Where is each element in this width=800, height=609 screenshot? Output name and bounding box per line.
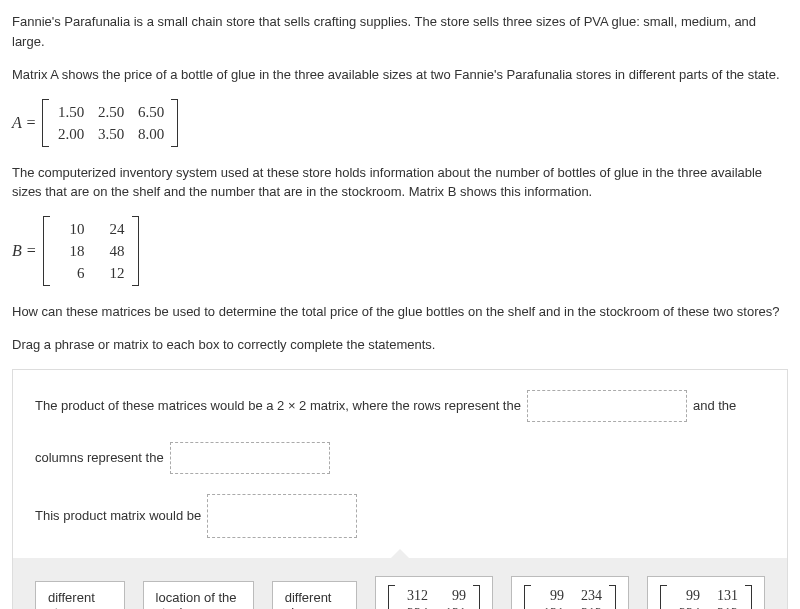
chip-different-stores[interactable]: different stores (35, 581, 125, 610)
dropzone-columns[interactable] (170, 442, 330, 474)
chip-matrix-1[interactable]: 312 234 99 131 (375, 576, 493, 610)
chip-matrix-cell: 131 (538, 605, 564, 610)
statement-3: This product matrix would be (35, 494, 765, 538)
matrix-a-cell: 1.50 (56, 101, 84, 123)
chip-location-of-stock[interactable]: location of the stock (143, 581, 254, 610)
chip-matrix-cell: 234 (402, 605, 428, 610)
statement-3a-text: This product matrix would be (35, 502, 201, 530)
matrix-a: A = 1.50 2.00 2.50 3.50 6.50 8.00 (12, 99, 788, 147)
chip-matrix-1-body: 312 234 99 131 (388, 585, 480, 610)
matrix-b-cell: 48 (97, 240, 125, 262)
chip-matrix-cell: 99 (538, 587, 564, 605)
chip-matrix-cell: 312 (576, 605, 602, 610)
matrix-b-cell: 18 (57, 240, 85, 262)
statement-1a-text: The product of these matrices would be a… (35, 392, 521, 420)
matrix-a-body: 1.50 2.00 2.50 3.50 6.50 8.00 (42, 99, 178, 147)
matrix-a-cell: 3.50 (96, 123, 124, 145)
matrix-a-cell: 2.50 (96, 101, 124, 123)
chip-matrix-cell: 234 (576, 587, 602, 605)
chip-matrix-cell: 99 (674, 587, 700, 605)
chip-matrix-3-body: 99 234 131 312 (660, 585, 752, 610)
mid-paragraph: The computerized inventory system used a… (12, 163, 788, 202)
matrix-b: B = 10 18 6 24 48 12 (12, 216, 788, 286)
dropzone-rows[interactable] (527, 390, 687, 422)
intro-paragraph-1: Fannie's Parafunalia is a small chain st… (12, 12, 788, 51)
instruction-text: Drag a phrase or matrix to each box to c… (12, 335, 788, 355)
matrix-b-lhs: B = (12, 242, 37, 260)
matrix-b-cell: 12 (97, 262, 125, 284)
statement-1b-text: and the (693, 392, 736, 420)
question-text: How can these matrices be used to determ… (12, 302, 788, 322)
matrix-b-body: 10 18 6 24 48 12 (43, 216, 139, 286)
matrix-b-cell: 6 (57, 262, 85, 284)
chip-different-sizes[interactable]: different sizes (272, 581, 357, 610)
matrix-b-cell: 24 (97, 218, 125, 240)
statement-1: The product of these matrices would be a… (35, 390, 765, 422)
chip-matrix-3[interactable]: 99 234 131 312 (647, 576, 765, 610)
matrix-a-lhs: A = (12, 114, 36, 132)
dropzone-product-matrix[interactable] (207, 494, 357, 538)
chip-tray: different stores location of the stock d… (13, 558, 787, 610)
chip-matrix-2[interactable]: 99 131 234 312 (511, 576, 629, 610)
chip-matrix-cell: 234 (674, 605, 700, 610)
intro-paragraph-2: Matrix A shows the price of a bottle of … (12, 65, 788, 85)
chip-matrix-cell: 131 (712, 587, 738, 605)
matrix-a-cell: 2.00 (56, 123, 84, 145)
matrix-b-cell: 10 (57, 218, 85, 240)
statement-2: columns represent the (35, 442, 765, 474)
answer-panel: The product of these matrices would be a… (12, 369, 788, 610)
chip-matrix-cell: 312 (712, 605, 738, 610)
matrix-a-cell: 6.50 (136, 101, 164, 123)
matrix-a-cell: 8.00 (136, 123, 164, 145)
chip-matrix-2-body: 99 131 234 312 (524, 585, 616, 610)
chip-matrix-cell: 131 (440, 605, 466, 610)
statement-2a-text: columns represent the (35, 444, 164, 472)
chip-matrix-cell: 99 (440, 587, 466, 605)
chip-matrix-cell: 312 (402, 587, 428, 605)
